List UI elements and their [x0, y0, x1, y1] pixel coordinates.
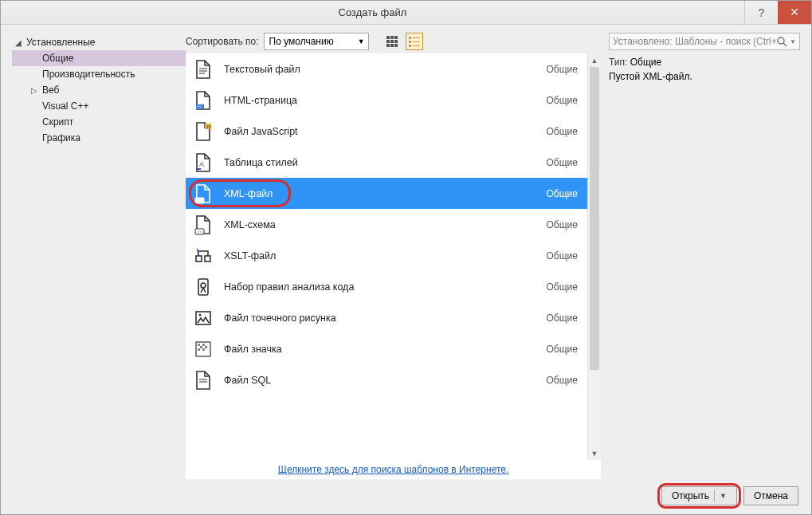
svg-rect-12: [413, 41, 420, 42]
template-item[interactable]: Набор правил анализа кодаОбщие: [186, 271, 587, 302]
svg-rect-4: [390, 40, 394, 43]
css-icon: A: [192, 152, 214, 173]
template-category: Общие: [547, 313, 578, 324]
tree-item[interactable]: Общие: [12, 50, 186, 66]
dialog-window: Создать файл ? × ◢ Установленные ОбщиеПр…: [0, 0, 812, 515]
type-value: Общие: [630, 57, 661, 68]
tree-item[interactable]: Графика: [12, 130, 186, 146]
template-item[interactable]: XSLT-файлОбщие: [186, 240, 587, 271]
cancel-button[interactable]: Отмена: [743, 486, 798, 505]
footer: Открыть ▼ Отмена: [12, 479, 800, 508]
template-category: Общие: [547, 188, 578, 199]
tree-item[interactable]: Скрипт: [12, 114, 186, 130]
template-pane: Сортировать по: По умолчанию ▼ Текстовый…: [186, 33, 601, 479]
svg-rect-14: [413, 45, 420, 46]
template-item[interactable]: <>HTML-страницаОбщие: [186, 85, 587, 116]
template-name: Файл SQL: [224, 375, 537, 386]
template-category: Общие: [547, 375, 578, 386]
help-button[interactable]: ?: [744, 1, 778, 24]
template-item[interactable]: <>XML-схемаОбщие: [186, 209, 587, 240]
chevron-down-icon: ▼: [358, 37, 365, 45]
details-pane: Установлено: Шаблоны - поиск (Ctrl+ ▼ Ти…: [601, 33, 800, 479]
search-online-link[interactable]: Щелкните здесь для поиска шаблонов в Инт…: [278, 464, 509, 475]
template-name: Таблица стилей: [224, 157, 537, 168]
svg-rect-35: [198, 344, 200, 346]
svg-rect-8: [394, 44, 398, 47]
template-category: Общие: [547, 157, 578, 168]
tree-root-installed[interactable]: ◢ Установленные: [12, 34, 186, 50]
template-name: Набор правил анализа кода: [224, 281, 537, 293]
scrollbar[interactable]: ▲ ▼: [587, 53, 601, 460]
template-item[interactable]: Файл точечного рисункаОбщие: [186, 302, 587, 333]
close-button[interactable]: ×: [778, 1, 811, 24]
tree: ◢ Установленные ОбщиеПроизводительность▷…: [12, 34, 186, 146]
template-category: Общие: [547, 281, 578, 293]
template-item[interactable]: <>XML-файлОбщие: [186, 178, 587, 209]
svg-rect-36: [202, 344, 205, 346]
svg-rect-39: [198, 348, 200, 351]
type-label: Тип:: [609, 57, 627, 68]
view-list-button[interactable]: [406, 33, 423, 50]
svg-text:<>: <>: [197, 230, 203, 234]
tree-item[interactable]: Производительность: [12, 66, 186, 82]
template-item[interactable]: JSФайл JavaScriptОбщие: [186, 116, 587, 147]
svg-rect-29: [205, 256, 210, 261]
svg-rect-13: [409, 45, 411, 47]
window-buttons: ? ×: [744, 1, 811, 24]
chevron-down-icon: ▼: [790, 38, 796, 45]
svg-rect-3: [386, 40, 390, 43]
toolbar: Сортировать по: По умолчанию ▼: [186, 33, 601, 53]
template-name: Файл значка: [224, 344, 537, 355]
template-name: Файл JavaScript: [224, 126, 537, 137]
js-icon: JS: [192, 121, 214, 142]
template-item[interactable]: AТаблица стилейОбщие: [186, 147, 587, 178]
description: Пустой XML-файл.: [609, 71, 800, 82]
svg-rect-23: [196, 168, 201, 170]
svg-text:A: A: [199, 160, 204, 168]
sort-dropdown[interactable]: По умолчанию ▼: [264, 33, 369, 50]
view-grid-button[interactable]: [383, 33, 401, 50]
category-tree: ◢ Установленные ОбщиеПроизводительность▷…: [12, 33, 186, 479]
tree-item-label: Скрипт: [42, 116, 73, 128]
template-category: Общие: [547, 126, 578, 137]
tree-item-label: Visual C++: [42, 100, 88, 112]
scroll-thumb[interactable]: [590, 67, 599, 370]
svg-text:JS: JS: [206, 124, 211, 129]
svg-point-33: [199, 313, 202, 316]
sort-label: Сортировать по:: [186, 36, 259, 47]
tree-item-label: Веб: [42, 85, 59, 96]
online-link-row: Щелкните здесь для поиска шаблонов в Инт…: [186, 460, 601, 479]
xml-icon: <>: [192, 183, 214, 204]
sql-icon: [192, 370, 214, 391]
open-button[interactable]: Открыть ▼: [661, 486, 737, 505]
svg-rect-1: [390, 36, 394, 39]
scroll-down-icon[interactable]: ▼: [588, 446, 601, 460]
tree-item[interactable]: ▷Веб: [12, 82, 186, 98]
tree-item[interactable]: Visual C++: [12, 98, 186, 114]
xslt-icon: [192, 246, 214, 266]
template-item[interactable]: Файл значкаОбщие: [186, 333, 587, 364]
open-label: Открыть: [672, 490, 709, 501]
search-placeholder: Установлено: Шаблоны - поиск (Ctrl+: [613, 36, 776, 47]
template-item[interactable]: Текстовый файлОбщие: [186, 53, 587, 85]
template-name: Файл точечного рисунка: [224, 313, 537, 324]
chevron-down-icon: ▼: [720, 492, 727, 500]
svg-rect-5: [394, 40, 398, 43]
svg-rect-7: [390, 44, 394, 47]
template-list[interactable]: Текстовый файлОбщие<>HTML-страницаОбщиеJ…: [186, 53, 587, 460]
search-box[interactable]: Установлено: Шаблоны - поиск (Ctrl+ ▼: [609, 33, 800, 50]
tree-item-label: Общие: [42, 53, 73, 64]
svg-rect-2: [394, 36, 398, 39]
collapse-icon: ◢: [15, 38, 26, 47]
scroll-up-icon[interactable]: ▲: [588, 53, 601, 67]
xsd-icon: <>: [192, 214, 214, 235]
svg-rect-37: [200, 346, 202, 348]
template-category: Общие: [547, 95, 578, 106]
bmp-icon: [192, 308, 214, 328]
template-item[interactable]: Файл SQLОбщие: [186, 364, 587, 395]
dialog-body: ◢ Установленные ОбщиеПроизводительность▷…: [1, 25, 811, 514]
svg-rect-10: [413, 37, 420, 38]
template-list-wrap: Текстовый файлОбщие<>HTML-страницаОбщиеJ…: [186, 53, 601, 460]
tree-item-label: Графика: [42, 132, 80, 143]
svg-rect-38: [205, 346, 207, 348]
